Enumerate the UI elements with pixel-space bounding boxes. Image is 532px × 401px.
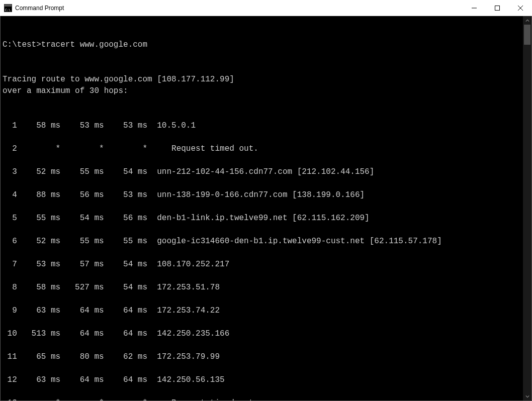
scroll-track[interactable] [523,25,531,392]
hops-list: 1 58 ms 53 ms 53 ms 10.5.0.1 2 * * * Req… [3,120,521,400]
terminal[interactable]: C:\test>tracert www.google.com Tracing r… [1,16,523,400]
prompt: C:\test> [3,40,41,49]
hop-row: 6 52 ms 55 ms 55 ms google-ic314660-den-… [3,236,521,247]
scroll-up-button[interactable] [523,16,531,25]
window-controls [463,0,532,16]
hop-row: 12 63 ms 64 ms 64 ms 142.250.56.135 [3,374,521,386]
command-text: tracert www.google.com [41,40,147,49]
terminal-area: C:\test>tracert www.google.com Tracing r… [0,16,532,401]
hop-row: 13 * * * Request timed out. [3,397,521,400]
titlebar[interactable]: Command Prompt [0,0,532,16]
scrollbar[interactable] [523,16,531,400]
hop-row: 2 * * * Request timed out. [3,143,521,155]
hop-row: 3 52 ms 55 ms 54 ms unn-212-102-44-156.c… [3,166,521,178]
hop-row: 9 63 ms 64 ms 64 ms 172.253.74.22 [3,305,521,317]
scroll-thumb[interactable] [524,25,530,45]
hop-row: 5 55 ms 54 ms 56 ms den-b1-link.ip.twelv… [3,213,521,224]
scroll-down-button[interactable] [523,392,531,400]
minimize-button[interactable] [463,0,486,16]
hop-row: 8 58 ms 527 ms 54 ms 172.253.51.78 [3,282,521,293]
cmd-icon [4,4,12,12]
tracing-header-1: Tracing route to www.google.com [108.177… [3,75,234,84]
hop-row: 4 88 ms 56 ms 53 ms unn-138-199-0-166.cd… [3,189,521,201]
tracing-header-2: over a maximum of 30 hops: [3,86,128,95]
hop-row: 1 58 ms 53 ms 53 ms 10.5.0.1 [3,120,521,132]
window-title: Command Prompt [15,5,463,12]
hop-row: 7 53 ms 57 ms 54 ms 108.170.252.217 [3,259,521,270]
hop-row: 10 513 ms 64 ms 64 ms 142.250.235.166 [3,328,521,340]
prompt-line: C:\test>tracert www.google.com [3,40,147,49]
close-button[interactable] [509,0,532,16]
svg-rect-1 [495,6,500,10]
hop-row: 11 65 ms 80 ms 62 ms 172.253.79.99 [3,351,521,363]
maximize-button[interactable] [486,0,509,16]
